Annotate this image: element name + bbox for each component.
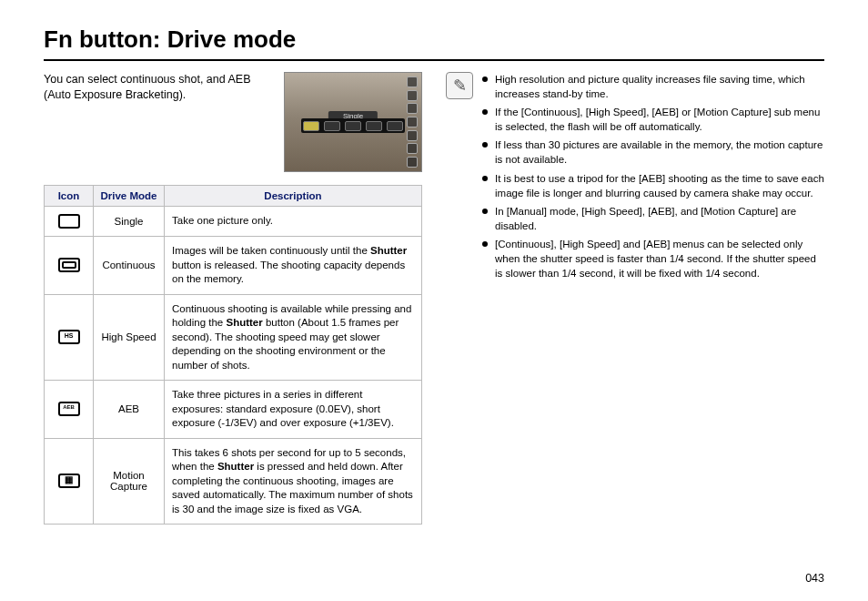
lcd-side-icons (407, 76, 419, 168)
single-shot-icon (58, 214, 80, 229)
lcd-option-highspeed-icon (345, 121, 361, 131)
note-item: It is best to use a tripod for the [AEB]… (482, 171, 824, 200)
note-icon: ✎ (446, 72, 473, 99)
left-column: You can select continuous shot, and AEB … (44, 72, 422, 525)
notes-list: High resolution and picture quality incr… (482, 72, 824, 284)
lcd-option-motion-icon (387, 121, 403, 131)
table-row: Single Take one picture only. (45, 207, 422, 237)
col-header-desc: Description (165, 186, 422, 207)
table-row: Motion Capture This takes 6 shots per se… (45, 438, 422, 525)
continuous-icon (58, 258, 80, 272)
lcd-side-icon (407, 76, 418, 87)
mode-desc: Take one picture only. (165, 207, 422, 237)
note-item: High resolution and picture quality incr… (482, 72, 824, 101)
mode-label: Continuous (94, 237, 165, 295)
col-header-icon: Icon (45, 186, 94, 207)
mode-label: Single (94, 207, 165, 237)
lcd-side-icon (407, 143, 418, 154)
note-item: If less than 30 pictures are available i… (482, 138, 824, 167)
lcd-option-single-icon (303, 121, 319, 131)
intro-row: You can select continuous shot, and AEB … (44, 72, 422, 172)
page-title: Fn button: Drive mode (44, 25, 824, 61)
mode-desc: Take three pictures in a series in diffe… (165, 381, 422, 439)
col-header-mode: Drive Mode (94, 186, 165, 207)
table-row: Continuous Images will be taken continuo… (45, 237, 422, 295)
lcd-side-icon (407, 157, 418, 168)
content-columns: You can select continuous shot, and AEB … (44, 72, 824, 525)
lcd-side-icon (407, 117, 418, 127)
notes-block: ✎ High resolution and picture quality in… (446, 72, 824, 284)
aeb-icon (58, 402, 80, 416)
lcd-option-continuous-icon (324, 121, 340, 131)
high-speed-icon (58, 330, 80, 344)
note-item: In [Manual] mode, [High Speed], [AEB], a… (482, 204, 824, 233)
lcd-side-icon (407, 103, 418, 114)
page-number: 043 (805, 572, 824, 585)
lcd-menu-strip (301, 118, 405, 133)
mode-desc: Continuous shooting is available while p… (165, 294, 422, 381)
mode-desc: Images will be taken continuously until … (165, 237, 422, 295)
note-item: [Continuous], [High Speed] and [AEB] men… (482, 237, 824, 280)
intro-text: You can select continuous shot, and AEB … (44, 72, 273, 103)
table-row: High Speed Continuous shooting is availa… (45, 294, 422, 381)
right-column: ✎ High resolution and picture quality in… (446, 72, 824, 525)
lcd-side-icon (407, 90, 418, 101)
motion-capture-icon (58, 474, 80, 488)
mode-label: AEB (94, 381, 165, 439)
camera-lcd-preview: Single (284, 72, 422, 172)
mode-label: High Speed (94, 294, 165, 381)
mode-desc: This takes 6 shots per second for up to … (165, 438, 422, 525)
lcd-side-icon (407, 130, 418, 141)
note-item: If the [Continuous], [High Speed], [AEB]… (482, 105, 824, 134)
drive-mode-table: Icon Drive Mode Description Single Take … (44, 185, 422, 525)
mode-label: Motion Capture (94, 438, 165, 525)
table-row: AEB Take three pictures in a series in d… (45, 381, 422, 439)
lcd-option-aeb-icon (366, 121, 382, 131)
